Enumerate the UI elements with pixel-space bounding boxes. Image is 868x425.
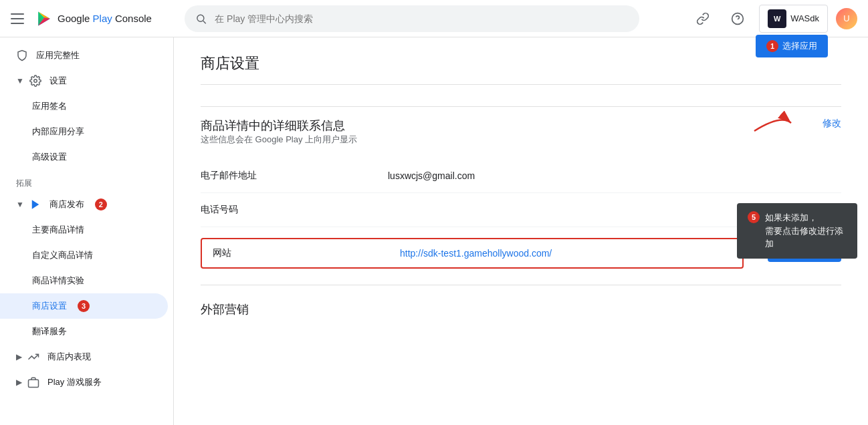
svg-rect-5 [29,380,39,387]
sidebar-item-translate[interactable]: 翻译服务 [0,319,168,344]
select-app-tooltip[interactable]: 1 选择应用 [756,35,828,57]
sidebar-item-label: Play 游戏服务 [47,376,102,388]
sidebar-item-label: 商店内表现 [47,351,91,363]
search-input[interactable] [215,13,629,24]
website-value: http://sdk-test1.gamehollywood.com/ [400,248,552,259]
wasdk-button[interactable]: W WASdk [759,5,828,33]
play-store-icon [29,198,41,210]
sidebar-item-store-performance[interactable]: ▶ 商店内表现 [0,344,168,370]
link-button[interactable] [689,5,716,32]
section-subtitle: 这些信息会在 Google Play 上向用户显示 [201,134,357,146]
page-title: 商店设置 [201,53,841,74]
sidebar-item-custom-details[interactable]: 自定义商品详情 [0,243,168,268]
sidebar-item-label: 主要商品详情 [32,224,84,236]
wasdk-logo-icon: W [768,9,786,28]
external-section-title: 外部营销 [201,301,841,317]
email-value: lusxwcjs@gmail.com [388,170,475,181]
topbar-left: Google Play Console [11,9,185,28]
expand-arrow-icon: ▼ [16,76,24,86]
svg-line-1 [203,21,206,23]
sidebar-item-label: 商店设置 [32,300,67,312]
tooltip-box: 5 如果未添加， 需要点击修改进行添加 [737,203,857,259]
play-store-logo-icon [35,9,53,28]
sidebar-item-settings[interactable]: ▼ 设置 [0,68,168,94]
sidebar-item-app-signing[interactable]: 应用签名 [0,94,168,119]
select-app-label: 选择应用 [782,40,817,52]
sidebar-item-label: 内部应用分享 [32,126,84,138]
avatar[interactable]: U [836,8,857,29]
red-arrow-icon [748,111,801,138]
sidebar-section-expand: 拓展 [0,170,173,192]
sidebar-item-label: 应用完整性 [36,49,80,61]
edit-link[interactable]: 修改 [823,118,841,130]
modify-link-area: 修改 [823,118,841,130]
tooltip-badge: 5 [748,211,760,223]
logo-area: Google Play Console [35,9,152,28]
link-icon [696,12,710,25]
sidebar-item-main-details[interactable]: 主要商品详情 [0,217,168,243]
logo-text: Google Play Console [58,13,152,24]
store-settings-badge: 3 [78,300,90,312]
sidebar-item-label: 设置 [49,75,67,87]
search-icon [195,13,207,25]
main-layout: 应用完整性 ▼ 设置 应用签名 内部应用分享 高级设置 拓展 ▼ 商店发布 2 [0,37,868,425]
sidebar-item-store-settings[interactable]: 商店设置 3 [0,293,168,319]
sidebar-item-label: 商店发布 [49,198,84,210]
sidebar-item-app-integrity[interactable]: 应用完整性 [0,43,168,68]
select-app-badge: 1 [766,40,778,52]
settings-icon [29,75,41,87]
sidebar: 应用完整性 ▼ 设置 应用签名 内部应用分享 高级设置 拓展 ▼ 商店发布 2 [0,37,174,425]
collapse-arrow-icon: ▶ [16,378,22,387]
sidebar-item-internal-share[interactable]: 内部应用分享 [0,119,168,144]
search-bar[interactable] [185,5,639,32]
sidebar-item-label: 自定义商品详情 [32,249,93,261]
expand-arrow-icon: ▼ [16,200,24,209]
sidebar-item-label: 应用签名 [32,100,67,112]
help-button[interactable] [724,5,751,32]
gamepad-icon [27,376,39,388]
section-title: 商品详情中的详细联系信息 [201,118,357,134]
trending-icon [27,351,39,363]
sidebar-item-play-games[interactable]: ▶ Play 游戏服务 [0,370,168,395]
website-label: 网站 [213,247,400,259]
collapse-arrow-icon: ▶ [16,352,22,362]
content-area: 商店设置 商品详情中的详细联系信息 这些信息会在 Google Play 上向用… [174,37,868,425]
topbar: Google Play Console W WASdk U [0,0,868,37]
help-icon [731,12,744,25]
shield-icon [16,49,28,61]
section-title-area: 商品详情中的详细联系信息 这些信息会在 Google Play 上向用户显示 [201,118,357,156]
divider2 [201,106,841,107]
section-header: 商品详情中的详细联系信息 这些信息会在 Google Play 上向用户显示 修… [201,118,841,156]
sidebar-item-advanced-settings[interactable]: 高级设置 [0,144,168,170]
hamburger-icon[interactable] [11,11,27,27]
sidebar-item-store-publish[interactable]: ▼ 商店发布 2 [0,192,168,217]
svg-point-4 [34,80,37,83]
wasdk-label: WASdk [790,13,819,23]
sidebar-item-label: 翻译服务 [32,325,67,337]
topbar-right: W WASdk U [689,5,857,33]
sidebar-item-store-experiment[interactable]: 商品详情实验 [0,268,168,293]
divider [201,84,841,85]
website-field-box: 网站 http://sdk-test1.gamehollywood.com/ [201,238,744,269]
tooltip-text: 如果未添加， 需要点击修改进行添加 [765,211,847,251]
email-label: 电子邮件地址 [201,170,388,182]
svg-point-0 [197,15,204,21]
sidebar-item-label: 商品详情实验 [32,275,84,287]
divider3 [201,285,841,285]
email-field-row: 电子邮件地址 lusxwcjs@gmail.com [201,159,841,193]
phone-label: 电话号码 [201,204,388,216]
sidebar-item-label: 高级设置 [32,151,67,163]
store-publish-badge: 2 [95,198,107,210]
